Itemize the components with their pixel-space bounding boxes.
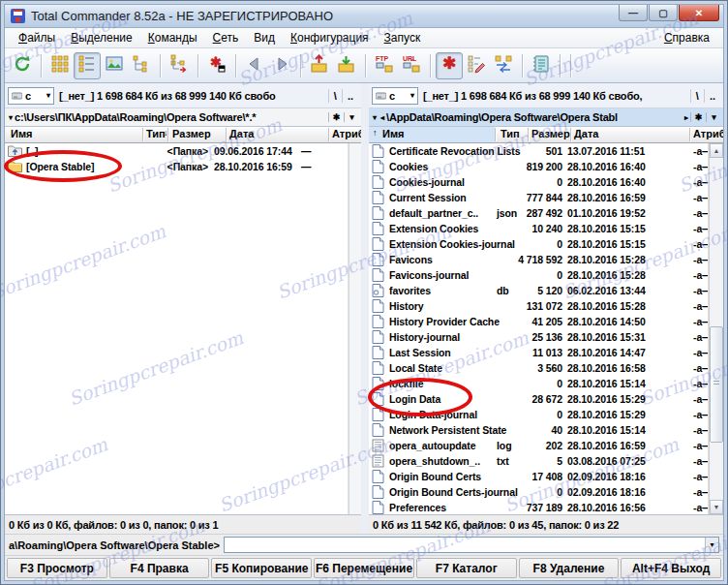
select-asterisk-button[interactable]: ✱	[203, 52, 230, 79]
header-name[interactable]: Имя	[382, 128, 404, 139]
file-row[interactable]: Last Session11 01328.10.2016 14:47-a—	[369, 345, 708, 360]
left-drive-combo[interactable]: c ▾	[8, 87, 54, 105]
multi-rename-button[interactable]	[463, 52, 490, 79]
unpack-button[interactable]	[333, 52, 360, 79]
forward-button[interactable]	[268, 52, 295, 79]
file-row[interactable]: [Opera Stable]<Папка>28.10.2016 16:59—	[5, 159, 348, 174]
menu-item[interactable]: Команды	[140, 29, 205, 46]
file-row[interactable]: History131 07228.10.2016 15:28-a—	[369, 298, 708, 314]
cell-date: 02.09.2016 18:16	[567, 469, 646, 484]
menu-item[interactable]: Файлы	[11, 29, 63, 46]
refresh-button[interactable]	[9, 52, 36, 79]
menu-item[interactable]: Запуск	[377, 29, 429, 46]
file-row[interactable]: Login Data-journal028.10.2016 15:29-a—	[369, 407, 708, 422]
path-scroll-left-icon[interactable]: ◂	[380, 113, 384, 122]
file-row[interactable]: Network Persistent State4028.10.2016 15:…	[369, 422, 708, 438]
minimize-button[interactable]: —	[619, 5, 648, 21]
tree-view-button[interactable]	[128, 52, 155, 79]
file-row[interactable]: opera_shutdown_..txt503.08.2016 07:25-a—	[369, 453, 708, 469]
header-type[interactable]: Тип	[146, 128, 166, 139]
path-history-button[interactable]: ▾	[344, 112, 359, 122]
file-row[interactable]: Origin Bound Certs17 40802.09.2016 18:16…	[369, 469, 708, 484]
file-row[interactable]: Origin Bound Certs-journal002.09.2016 18…	[369, 484, 708, 500]
fn-button-f6[interactable]: F6 Перемещение	[314, 558, 414, 578]
panel-divider[interactable]	[361, 83, 369, 534]
command-input[interactable]: ▾	[224, 537, 719, 553]
scroll-up-icon[interactable]: ▲	[710, 143, 723, 158]
cell-attr: -a—	[693, 422, 709, 438]
path-asterisk-button[interactable]: ✱	[328, 112, 344, 122]
right-drive-combo[interactable]: c ▾	[372, 87, 418, 105]
branch-view-button[interactable]	[166, 52, 193, 79]
left-updir-button[interactable]: ..	[342, 89, 358, 103]
title-bar[interactable]: Total Commander 8.52a - НЕ ЗАРЕГИСТРИРОВ…	[5, 5, 723, 28]
menu-item-help[interactable]: Справка	[656, 29, 717, 46]
right-root-button[interactable]: \	[690, 89, 704, 103]
scrollbar-thumb[interactable]	[710, 326, 723, 443]
left-scrollbar[interactable]	[349, 143, 361, 514]
scroll-down-icon[interactable]: ▼	[710, 500, 723, 514]
header-attr[interactable]: Атрибу	[693, 128, 723, 139]
cell-size: 3 560	[461, 360, 562, 376]
notepad-button[interactable]	[528, 52, 555, 79]
header-date[interactable]: Дата	[574, 128, 598, 139]
header-size[interactable]: Размер	[172, 128, 211, 139]
header-name[interactable]: Имя	[11, 128, 32, 139]
file-row[interactable]: favoritesdb5 12006.02.2016 13:44-a—	[369, 283, 708, 298]
fn-button-f7[interactable]: F7 Каталог	[416, 558, 517, 578]
path-scroll-right-icon[interactable]: ▸	[684, 113, 688, 122]
fn-button-altf4[interactable]: Alt+F4 Выход	[621, 558, 721, 578]
menu-item[interactable]: Выделение	[63, 29, 140, 46]
fn-button-f3[interactable]: F3 Просмотр	[7, 558, 107, 578]
file-row[interactable]: Extension Cookies10 24028.10.2016 15:15-…	[369, 221, 708, 236]
file-row[interactable]: opera_autoupdatelog20228.10.2016 16:59-a…	[369, 438, 708, 453]
menu-item[interactable]: Конфигурация	[283, 29, 377, 46]
fn-button-f8[interactable]: F8 Удаление	[519, 558, 620, 578]
header-size[interactable]: Размер	[531, 128, 570, 139]
file-row[interactable]: History-journal25 13628.10.2016 15:31-a—	[369, 329, 708, 345]
maximize-button[interactable]: ▢	[649, 5, 678, 21]
file-row[interactable]: [..]<Папка>09.06.2016 17:44—	[5, 143, 348, 159]
left-path-bar[interactable]: ▾ c:\Users\ПК\AppData\Roaming\Opera Soft…	[5, 108, 361, 127]
full-view-button[interactable]	[74, 52, 101, 79]
right-scrollbar[interactable]: ▲ ▼	[709, 143, 723, 514]
sync-dirs-button[interactable]	[490, 52, 517, 79]
header-date[interactable]: Дата	[229, 128, 254, 139]
file-row[interactable]: Cookies819 20028.10.2016 16:40-a—	[369, 159, 708, 174]
file-row[interactable]: History Provider Cache41 20528.10.2016 1…	[369, 314, 708, 329]
file-row[interactable]: Extension Cookies-journal028.10.2016 15:…	[369, 236, 708, 252]
fn-button-f4[interactable]: F4 Правка	[109, 558, 210, 578]
file-row[interactable]: Favicons-journal028.10.2016 15:28-a—	[369, 267, 708, 283]
ftp-url-button[interactable]: URL	[398, 52, 425, 79]
ftp-connect-button[interactable]: FTP	[371, 52, 398, 79]
right-path-bar[interactable]: ▾ ◂ \AppData\Roaming\Opera Software\Oper…	[369, 108, 723, 127]
file-row[interactable]: lockfile028.10.2016 15:14-a—	[369, 376, 708, 391]
menu-item[interactable]: Сеть	[205, 29, 247, 46]
file-row[interactable]: Favicons4 718 59228.10.2016 15:28-a—	[369, 252, 708, 267]
header-type[interactable]: Тип	[500, 128, 520, 139]
file-row[interactable]: default_partner_c..json287 49201.10.2016…	[369, 205, 708, 221]
thumbnails-view-button[interactable]	[101, 52, 128, 79]
path-asterisk-button[interactable]: ✱	[690, 112, 706, 122]
file-row[interactable]: Preferences737 18928.10.2016 16:56-a—	[369, 500, 708, 514]
right-updir-button[interactable]: ..	[704, 89, 720, 103]
fn-button-f5[interactable]: F5 Копирование	[211, 558, 312, 578]
brief-view-button[interactable]	[46, 52, 74, 79]
pack-button[interactable]	[306, 52, 333, 79]
header-attr[interactable]: Атрибу	[332, 128, 361, 139]
path-caret-icon[interactable]: ▾	[373, 113, 377, 122]
file-row[interactable]: Login Data28 67228.10.2016 15:29-a—	[369, 391, 708, 407]
path-history-button[interactable]: ▾	[706, 112, 721, 122]
file-row[interactable]: Current Session777 84428.10.2016 16:59-a…	[369, 190, 708, 205]
menu-item[interactable]: Вид	[246, 29, 283, 46]
close-button[interactable]: ✕	[679, 5, 719, 21]
path-caret-icon[interactable]: ▾	[9, 113, 13, 122]
search-asterisk-button[interactable]: ✱	[436, 52, 463, 79]
file-row[interactable]: Local State3 56028.10.2016 16:58-a—	[369, 360, 708, 376]
file-row[interactable]: Cookies-journal028.10.2016 16:40-a—	[369, 174, 708, 190]
left-root-button[interactable]: \	[328, 89, 342, 103]
file-row[interactable]: Certificate Revocation Lists50113.07.201…	[369, 143, 708, 159]
command-history-dropdown[interactable]: ▾	[705, 538, 718, 552]
back-button[interactable]	[241, 52, 268, 79]
folder-icon	[8, 160, 22, 172]
